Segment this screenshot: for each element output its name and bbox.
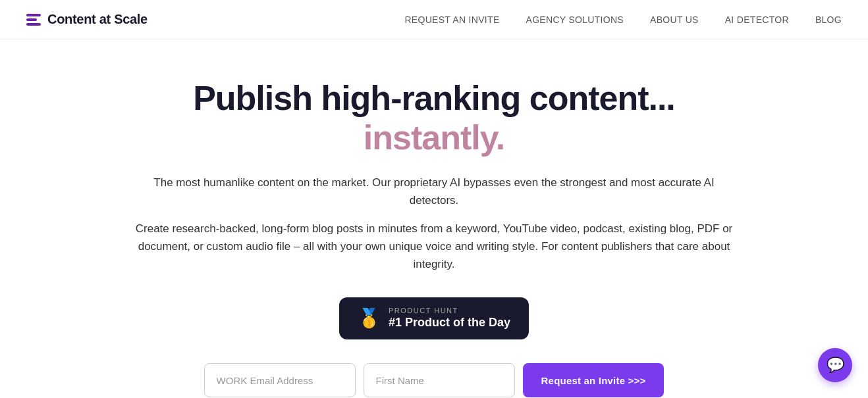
nav-blog[interactable]: BLOG (815, 14, 842, 25)
first-name-input[interactable] (364, 363, 515, 397)
header: Content at Scale REQUEST AN INVITE AGENC… (0, 0, 868, 39)
hero-description-2: Create research-backed, long-form blog p… (118, 220, 750, 274)
main-nav: REQUEST AN INVITE AGENCY SOLUTIONS ABOUT… (404, 14, 842, 25)
nav-agency-solutions[interactable]: AGENCY SOLUTIONS (526, 14, 624, 25)
nav-request-invite[interactable]: REQUEST AN INVITE (404, 14, 499, 25)
hero-title-line2: instantly. (364, 118, 504, 158)
logo[interactable]: Content at Scale (26, 12, 148, 27)
product-hunt-title: #1 Product of the Day (389, 315, 510, 330)
request-invite-button[interactable]: Request an Invite >>> (523, 363, 665, 397)
product-hunt-medal-icon: 🥇 (358, 309, 381, 328)
hero-title-line1: Publish high-ranking content... (193, 79, 675, 118)
hero-description-1: The most humanlike content on the market… (151, 174, 717, 209)
email-input[interactable] (204, 363, 356, 397)
logo-icon (26, 14, 41, 26)
product-hunt-text: PRODUCT HUNT #1 Product of the Day (389, 307, 510, 331)
chat-icon: 💬 (827, 357, 844, 374)
nav-ai-detector[interactable]: AI DETECTOR (725, 14, 789, 25)
chat-bubble[interactable]: 💬 (818, 348, 852, 382)
invite-form: Request an Invite >>> (204, 363, 665, 397)
hero-section: Publish high-ranking content... instantl… (0, 39, 868, 398)
product-hunt-label: PRODUCT HUNT (389, 307, 458, 315)
product-hunt-badge[interactable]: 🥇 PRODUCT HUNT #1 Product of the Day (339, 297, 529, 340)
logo-text: Content at Scale (47, 12, 148, 27)
nav-about-us[interactable]: ABOUT US (650, 14, 699, 25)
